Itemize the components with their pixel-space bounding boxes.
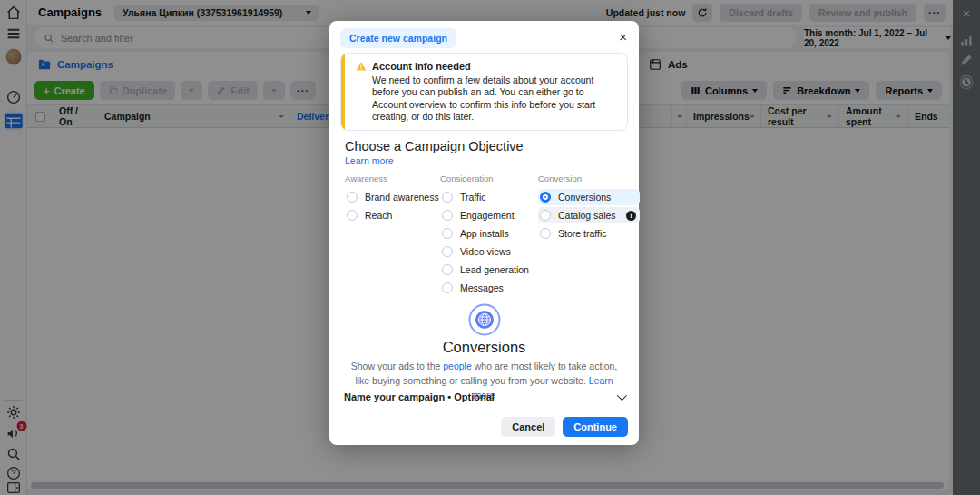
objective-option-lead-generation[interactable]: Lead generation — [440, 262, 538, 278]
objective-category: Conversion — [538, 173, 640, 183]
objective-columns: AwarenessBrand awarenessReachConsiderati… — [345, 173, 640, 298]
create-campaign-modal: Create new campaign × Account info neede… — [329, 21, 639, 445]
radio-icon — [347, 210, 358, 221]
objective-option-engagement[interactable]: Engagement — [440, 207, 538, 223]
objective-option-traffic[interactable]: Traffic — [440, 189, 538, 205]
warning-title: Account info needed — [372, 61, 471, 72]
radio-icon — [540, 228, 551, 239]
objective-option-label: App installs — [460, 228, 509, 239]
radio-icon — [442, 264, 453, 275]
objective-option-label: Traffic — [460, 192, 486, 203]
radio-icon — [347, 192, 358, 203]
objective-category: Awareness — [345, 173, 440, 183]
go-to-account-overview-button[interactable]: Go to Account overview — [372, 130, 499, 131]
objective-option-label: Reach — [365, 210, 392, 221]
continue-button[interactable]: Continue — [563, 417, 628, 437]
objective-option-store-traffic[interactable]: Store traffic — [538, 225, 640, 242]
close-icon[interactable]: × — [619, 30, 627, 44]
chevron-down-icon — [617, 391, 627, 401]
objective-option-video-views[interactable]: Video views — [440, 243, 538, 260]
objective-learn-more-link[interactable]: Learn more — [345, 155, 394, 166]
ads-manager-app: 3 Campaigns Ульяна Ципкин (3375319619149… — [0, 0, 980, 495]
objective-option-catalog-sales[interactable]: Catalog salesi — [538, 207, 640, 223]
radio-icon — [442, 228, 453, 239]
objective-option-app-installs[interactable]: App installs — [440, 225, 538, 242]
radio-icon — [442, 282, 453, 293]
people-link[interactable]: people — [443, 361, 472, 371]
objective-option-label: Video views — [460, 246, 511, 257]
account-info-warning: Account info needed We need to confirm a… — [340, 53, 628, 131]
name-campaign-label: Name your campaign • Optional — [344, 391, 495, 402]
modal-title-badge: Create new campaign — [340, 28, 456, 48]
warning-icon — [356, 61, 367, 72]
objective-heading: Choose a Campaign Objective — [345, 139, 524, 153]
selected-objective-title: Conversions — [329, 339, 639, 356]
objective-option-label: Brand awareness — [365, 192, 439, 203]
conversions-globe-icon — [468, 303, 501, 336]
cancel-button[interactable]: Cancel — [501, 417, 555, 437]
objective-option-label: Store traffic — [558, 228, 607, 239]
objective-option-label: Conversions — [558, 192, 611, 203]
objective-option-label: Messages — [460, 282, 504, 293]
warning-body: We need to confirm a few details about y… — [372, 74, 616, 124]
objective-option-label: Lead generation — [460, 264, 529, 275]
objective-category: Consideration — [440, 173, 538, 183]
objective-option-messages[interactable]: Messages — [440, 280, 538, 296]
objective-option-reach[interactable]: Reach — [345, 207, 440, 223]
warning-stripe — [341, 54, 345, 130]
radio-icon — [540, 192, 551, 203]
info-icon[interactable]: i — [626, 211, 636, 221]
objective-option-brand-awareness[interactable]: Brand awareness — [345, 189, 440, 205]
radio-icon — [442, 246, 453, 257]
objective-option-label: Engagement — [460, 210, 514, 221]
objective-option-label: Catalog sales — [558, 210, 616, 221]
radio-icon — [442, 192, 453, 203]
objective-option-conversions[interactable]: Conversions — [538, 189, 640, 205]
name-campaign-section[interactable]: Name your campaign • Optional — [329, 391, 639, 402]
radio-icon — [540, 210, 551, 221]
radio-icon — [442, 210, 453, 221]
